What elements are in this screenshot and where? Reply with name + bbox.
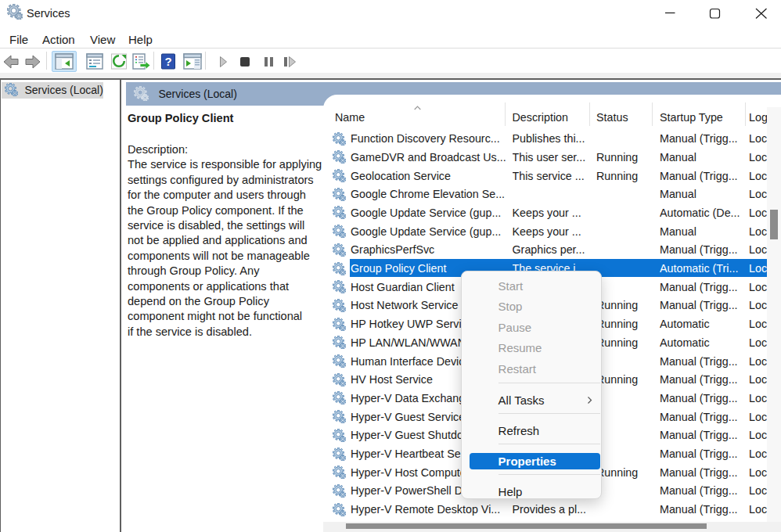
svg-text:?: ? [164, 55, 171, 68]
